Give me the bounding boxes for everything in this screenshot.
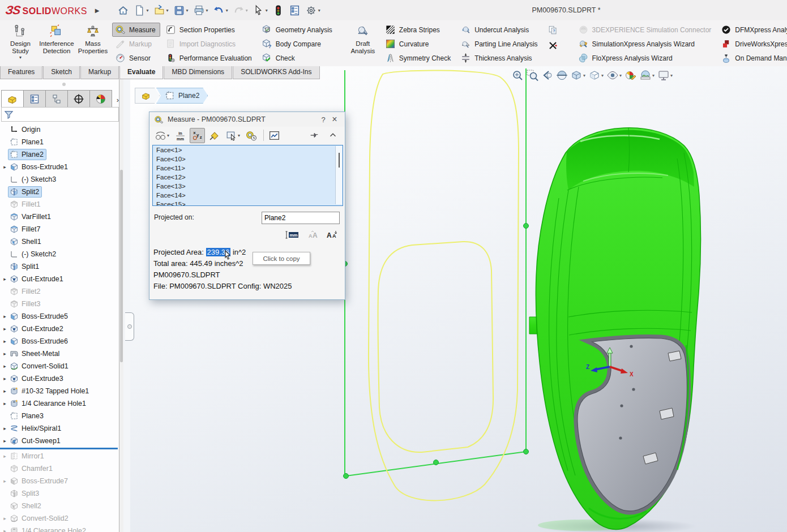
tree-item-fillet3[interactable]: Fillet3 [0, 298, 118, 310]
tree-item-mirror1[interactable]: ▸Mirror1 [0, 450, 118, 462]
propertymanager-tab[interactable] [24, 90, 46, 108]
projected-on-input[interactable] [262, 212, 340, 224]
tree-item-1-4-clearance-hole1[interactable]: ▸1/4 Clearance Hole1 [0, 397, 118, 410]
previous-view-button[interactable] [540, 68, 554, 82]
measure-dialog[interactable]: Measure - PM009670.SLDPRT ? × ▾inmmxyz▾ … [149, 111, 345, 300]
tab-sketch[interactable]: Sketch [43, 66, 80, 79]
draft-analysis-button[interactable]: Draft Analysis [345, 22, 380, 65]
options-button[interactable]: ▾ [303, 3, 322, 18]
quick-measure-button[interactable] [207, 128, 222, 143]
hide-show-items-button[interactable]: ▾ [606, 68, 623, 82]
tree-item-boss-extrude7[interactable]: ▸Boss-Extrude7 [0, 475, 118, 487]
expand-arrow-icon[interactable]: ▸ [1, 426, 8, 431]
tree-item-sketch2[interactable]: (-) Sketch2 [0, 248, 118, 260]
panel-splitter-dot[interactable] [62, 83, 66, 86]
logo-flyout-arrow-icon[interactable]: ▶ [95, 7, 100, 14]
design-study-button[interactable]: Design Study▾ [3, 22, 38, 65]
tree-item-helix-spiral1[interactable]: ▸Helix/Spiral1 [0, 422, 118, 435]
expand-arrow-icon[interactable]: ▸ [1, 401, 8, 406]
zoom-area-button[interactable] [525, 68, 539, 82]
tree-item-chamfer1[interactable]: Chamfer1 [0, 462, 118, 475]
edit-appearance-button[interactable] [624, 68, 638, 82]
rebuild-button[interactable] [271, 3, 286, 18]
home-button[interactable] [116, 3, 131, 18]
tree-item-split2[interactable]: Split2 [0, 186, 118, 198]
measurement-history-button[interactable] [243, 128, 259, 143]
reference-plane-plane2[interactable] [343, 68, 529, 479]
save-button[interactable]: ▾ [172, 3, 190, 18]
tree-item-fillet7[interactable]: Fillet7 [0, 223, 118, 235]
pin-dialog-button[interactable] [307, 128, 321, 142]
tree-item-shell2[interactable]: Shell2 [0, 500, 118, 512]
close-button[interactable]: × [329, 114, 340, 125]
floxpress-analysis-wizard-button[interactable]: FloXpress Analysis Wizard [575, 51, 716, 65]
displaymanager-tab[interactable] [90, 90, 112, 108]
section-view-button[interactable] [555, 68, 568, 82]
expand-arrow-icon[interactable]: ▸ [1, 453, 8, 459]
selection-face-13[interactable]: Face<13> [153, 182, 343, 191]
tree-scrollbar-thumb[interactable] [120, 170, 123, 362]
breadcrumb-plane2[interactable]: Plane2 [156, 88, 208, 104]
simulationxpress-analysis-wizard-button[interactable]: SimulationXpress Analysis Wizard [575, 37, 716, 51]
selection-face-14[interactable]: Face<14> [153, 191, 343, 200]
selection-face-11[interactable]: Face<11> [153, 164, 343, 173]
expand-arrow-icon[interactable]: ▸ [1, 528, 8, 532]
view-orientation-button[interactable]: ▾ [570, 68, 587, 82]
tab-solidworks-add-ins[interactable]: SOLIDWORKS Add-Ins [233, 66, 319, 79]
expand-arrow-icon[interactable]: ▸ [1, 351, 8, 357]
tree-item-boss-extrude6[interactable]: ▸Boss-Extrude6 [0, 335, 118, 347]
sketch-projection-outline[interactable] [369, 70, 519, 500]
tree-item-split3[interactable]: Split3 [0, 487, 118, 500]
open-document-button[interactable]: ▾ [152, 3, 170, 18]
sensor-button[interactable]: Sensor [112, 51, 160, 65]
on-demand-manufacturing-button[interactable]: On Demand Manufacturing [718, 51, 787, 65]
display-style-button[interactable]: ▾ [588, 68, 605, 82]
3dexperience-simulation-connector-button[interactable]: 3DEXPERIENCE Simulation Connector [575, 23, 716, 37]
breadcrumb-part[interactable] [135, 88, 160, 104]
undo-button[interactable]: ▾ [211, 3, 230, 18]
apply-scene-button[interactable]: ▾ [639, 68, 656, 82]
tree-item-shell1[interactable]: Shell1 [0, 235, 118, 248]
zebra-stripes-button[interactable]: Zebra Stripes [382, 23, 455, 37]
tree-item-1-4-clearance-hole2[interactable]: ▸1/4 Clearance Hole2 [0, 525, 118, 532]
tree-item-split1[interactable]: Split1 [0, 260, 118, 273]
tab-features[interactable]: Features [0, 66, 42, 79]
tree-filter-bar[interactable] [1, 107, 119, 122]
tree-item-cut-extrude1[interactable]: ▸Cut-Extrude1 [0, 273, 118, 285]
expand-arrow-icon[interactable]: ▸ [1, 276, 8, 282]
tree-item-sketch3[interactable]: (-) Sketch3 [0, 173, 118, 186]
driveworksxpress-wizard-button[interactable]: DriveWorksXpress Wizard [718, 37, 787, 51]
expand-arrow-icon[interactable]: ▸ [1, 516, 8, 521]
expand-arrow-icon[interactable]: ▸ [1, 164, 8, 170]
undercut-analysis-button[interactable]: Undercut Analysis [457, 23, 542, 37]
select-button[interactable]: ▾ [251, 3, 270, 18]
thickness-analysis-button[interactable]: Thickness Analysis [457, 51, 542, 65]
print-button[interactable]: ▾ [191, 3, 210, 18]
markup-button[interactable]: Markup [112, 37, 160, 51]
selection-face-1[interactable]: Face<1> [153, 145, 343, 155]
check-button[interactable]: Check [259, 51, 337, 65]
measure-dialog-titlebar[interactable]: Measure - PM009670.SLDPRT ? × [149, 112, 345, 127]
tree-item-origin[interactable]: Origin [0, 123, 118, 136]
point-to-point-button[interactable]: ▾ [224, 128, 242, 143]
tree-item-cut-sweep1[interactable]: ▸Cut-Sweep1 [0, 435, 118, 447]
tab-markup[interactable]: Markup [80, 66, 119, 79]
selection-list-scrollbar[interactable] [335, 146, 342, 204]
tab-mbd-dimensions[interactable]: MBD Dimensions [164, 66, 232, 79]
compare-doc-button[interactable]: ? [545, 23, 566, 38]
units-precision-button[interactable]: inmm [173, 128, 188, 143]
expand-arrow-icon[interactable]: ▸ [1, 388, 8, 394]
zoom-fit-button[interactable] [511, 68, 524, 82]
expand-arrow-icon[interactable]: ▸ [1, 314, 8, 319]
expand-arrow-icon[interactable]: ▸ [1, 438, 8, 444]
parting-line-analysis-button[interactable]: Parting Line Analysis [457, 37, 542, 51]
create-sensor-button[interactable] [267, 128, 282, 143]
projected-area-line[interactable]: Projected Area: 239.36 in^2 [153, 247, 343, 258]
view-settings-button[interactable]: ▾ [657, 68, 674, 82]
expand-arrow-icon[interactable]: ▸ [1, 326, 8, 332]
decrease-font-button[interactable]: AA [306, 230, 320, 240]
selection-face-10[interactable]: Face<10> [153, 155, 343, 164]
selection-face-15[interactable]: Face<15> [153, 200, 343, 206]
help-button[interactable]: ? [318, 115, 329, 124]
panel-splitter-handle[interactable] [125, 312, 134, 341]
